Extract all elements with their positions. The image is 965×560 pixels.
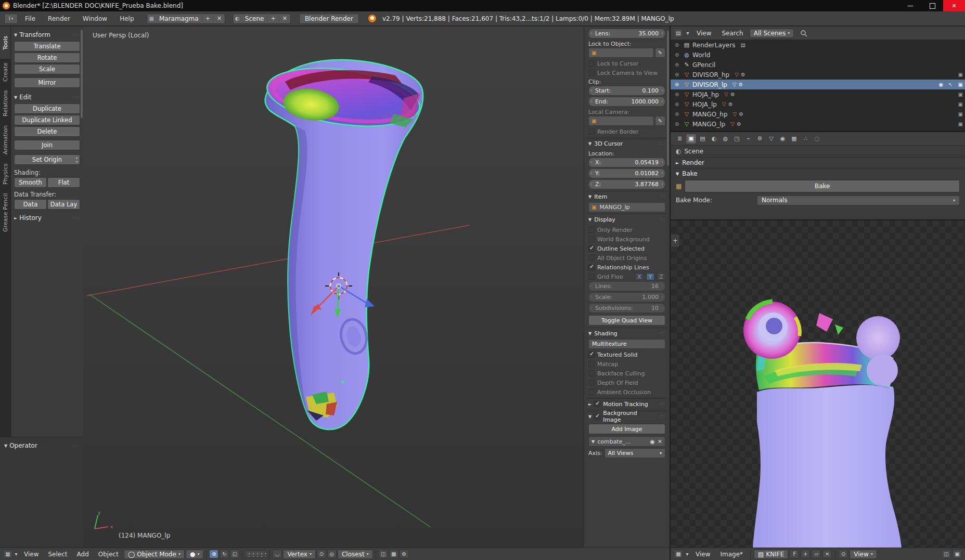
search-filter-icon[interactable] — [800, 30, 807, 37]
snap-target-icon[interactable]: ⊙ — [317, 550, 326, 558]
expand-icon[interactable]: ⊕ — [675, 42, 681, 48]
tab-modifiers-icon[interactable]: ⚙ — [755, 134, 765, 144]
manipulator-rotate-icon[interactable]: ↻ — [220, 550, 229, 558]
matcap-checkbox[interactable]: Matcap — [588, 359, 665, 369]
menu-render[interactable]: Render — [43, 15, 75, 22]
pin-icon[interactable]: ⊙ — [839, 550, 848, 558]
panel-3d-cursor[interactable]: ▼ 3D Cursor ∷∷ — [586, 138, 667, 149]
data-button[interactable]: Data — [14, 199, 47, 210]
menu-file[interactable]: File — [20, 15, 41, 22]
bake-button[interactable]: Bake — [685, 180, 960, 192]
rotate-button[interactable]: Rotate — [14, 53, 80, 63]
remove-image-icon[interactable]: ✕ — [658, 438, 662, 445]
viewport-shading-dropdown[interactable]: ●▾ — [186, 550, 204, 559]
duplicate-linked-button[interactable]: Duplicate Linked — [14, 115, 80, 125]
expand-icon[interactable]: ⊕ — [675, 101, 681, 107]
panel-display[interactable]: ▼ Display ∷∷ — [586, 214, 667, 225]
outliner-view-menu[interactable]: View — [692, 30, 715, 37]
tab-texture-icon[interactable]: ▦ — [789, 134, 799, 144]
tab-render-icon[interactable]: ▣ — [686, 134, 696, 144]
render-opengl-icon[interactable]: ◫ — [379, 550, 388, 558]
editor-type-outliner-icon[interactable]: ▤ — [674, 29, 683, 37]
eyedropper-icon[interactable]: ✎ — [655, 116, 665, 126]
minimize-button[interactable] — [899, 0, 921, 11]
snap-magnet-icon[interactable]: ◡ — [273, 550, 282, 558]
render-border-checkbox[interactable]: Render Border — [588, 127, 665, 136]
depth-of-field-checkbox[interactable]: Depth Of Field — [588, 378, 665, 387]
outliner-item-renderlayers[interactable]: ⊕ ▤ RenderLayers ▤ — [671, 40, 965, 50]
snap-element-dropdown[interactable]: Vertex▾ — [283, 550, 316, 559]
all-object-origins-checkbox[interactable]: All Object Origins — [588, 253, 665, 263]
lock-camera-checkbox[interactable]: Lock Camera to View — [588, 68, 665, 77]
menu-window[interactable]: Window — [78, 15, 112, 22]
proportional-edit-icon[interactable]: ◎ — [327, 550, 337, 558]
only-render-checkbox[interactable]: Only Render — [588, 225, 665, 235]
render-anim-icon[interactable]: ▩ — [389, 550, 398, 558]
restrict-render-icon[interactable]: ▣ — [958, 72, 963, 77]
translate-button[interactable]: Translate — [14, 41, 80, 51]
add-scene-button[interactable]: + — [267, 15, 278, 22]
grid-floor-checkbox[interactable]: Grid Floo X Y Z — [588, 272, 665, 281]
scene-selector[interactable]: ◐ Scene + ✕ — [233, 14, 291, 24]
restrict-toggles[interactable]: ◉↖▣ — [938, 82, 963, 87]
outline-selected-checkbox[interactable]: Outline Selected — [588, 244, 665, 253]
cursor-y-field[interactable]: Y: 0.01082 — [588, 168, 665, 178]
tab-physics-icon[interactable]: ◌ — [812, 134, 822, 144]
join-button[interactable]: Join — [14, 140, 80, 150]
panel-operator[interactable]: ▼ Operator ∷∷ — [4, 440, 79, 451]
scale-button[interactable]: Scale — [14, 64, 80, 74]
outliner-item-divisor-lp[interactable]: ⊕ ▽ DIVISOR_lp ▽⚙ ◉↖▣ — [671, 80, 965, 89]
editor-type-3dview-icon[interactable]: ▦ — [3, 550, 12, 558]
tab-particles-icon[interactable]: ∴ — [801, 134, 810, 144]
tab-render-layers-icon[interactable]: ▤ — [698, 134, 707, 144]
add-layout-button[interactable]: + — [202, 15, 213, 22]
local-camera-field[interactable]: ▣ — [588, 116, 654, 126]
outliner-item-world[interactable]: ⊕ ◍ World — [671, 50, 965, 60]
outliner-item-gpencil[interactable]: ⊕ ✎ GPencil — [671, 60, 965, 70]
uv-display-dropdown[interactable]: View▾ — [850, 550, 877, 559]
tab-physics[interactable]: Physics — [0, 159, 11, 190]
backface-culling-checkbox[interactable]: Backface Culling — [588, 369, 665, 378]
lens-field[interactable]: Lens: 35.000 — [588, 29, 665, 38]
lock-object-field[interactable]: ▣ — [588, 48, 654, 58]
editor-type-image-icon[interactable]: ▩ — [674, 550, 683, 558]
delete-scene-button[interactable]: ✕ — [279, 15, 290, 22]
tab-world-icon[interactable]: ◍ — [720, 134, 730, 144]
menu-view[interactable]: View — [20, 551, 43, 558]
world-background-checkbox[interactable]: World Background — [588, 235, 665, 244]
toggle-quad-view-button[interactable]: Toggle Quad View — [588, 315, 665, 325]
eye-icon[interactable]: ◉ — [650, 438, 655, 445]
panel-bake[interactable]: ▼ Bake — [671, 168, 965, 179]
bake-mode-dropdown[interactable]: Normals▾ — [757, 196, 960, 205]
mode-dropdown[interactable]: ◯ Object Mode ▾ — [124, 550, 185, 559]
expand-icon[interactable]: ⊕ — [675, 62, 681, 68]
unlink-image-icon[interactable]: ✕ — [822, 550, 832, 558]
manipulator-scale-icon[interactable]: ◱ — [230, 550, 239, 558]
relationship-lines-checkbox[interactable]: Relationship Lines — [588, 263, 665, 272]
editor-type-properties-icon[interactable]: ≣ — [675, 134, 685, 144]
lock-to-cursor-checkbox[interactable]: Lock to Cursor — [588, 59, 665, 68]
uv-pivot-icon[interactable]: ▣ — [953, 550, 962, 558]
clip-end-field[interactable]: End: 1000.000 — [588, 97, 665, 107]
menu-object[interactable]: Object — [94, 551, 123, 558]
outliner-item-hoja-lp[interactable]: ⊕ ▽ HOJA_lp ▽⚙ ▣ — [671, 99, 965, 109]
outliner-search-menu[interactable]: Search — [717, 30, 747, 37]
layers-grid[interactable] — [245, 551, 267, 557]
ambient-occlusion-checkbox[interactable]: Ambient Occlusion — [588, 387, 665, 397]
eyedropper-icon[interactable]: ✎ — [655, 48, 665, 58]
close-button[interactable]: ✕ — [943, 0, 965, 11]
tab-animation[interactable]: Animation — [0, 121, 11, 159]
set-origin-dropdown[interactable]: Set Origin — [14, 154, 80, 165]
grid-axis-y-toggle[interactable]: Y — [646, 273, 654, 280]
editor-type-icon[interactable]: i▾ — [4, 14, 18, 24]
clip-start-field[interactable]: Start: 0.100 — [588, 86, 665, 96]
delete-button[interactable]: Delete — [14, 126, 80, 137]
item-name-field[interactable]: ▣ MANGO_lp — [588, 202, 665, 212]
manipulator-translate-icon[interactable]: ⊕ — [209, 550, 218, 558]
outliner-item-mango-lp[interactable]: ⊕ ▽ MANGO_lp ▽⚙ ▣ — [671, 119, 965, 129]
restrict-render-icon[interactable]: ▣ — [958, 92, 963, 97]
tab-relations[interactable]: Relations — [0, 86, 11, 121]
menu-help[interactable]: Help — [114, 15, 139, 22]
data-layout-button[interactable]: Data Lay — [47, 199, 80, 210]
menu-select[interactable]: Select — [44, 551, 71, 558]
